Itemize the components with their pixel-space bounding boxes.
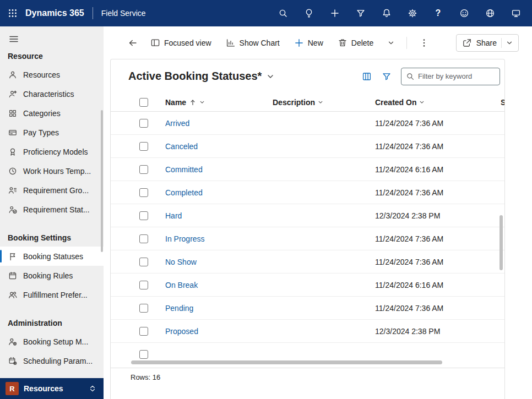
row-checkbox[interactable] (139, 281, 148, 289)
sidebar-item-proficiency-models[interactable]: Proficiency Models (0, 142, 104, 161)
delete-button[interactable]: Delete (332, 35, 379, 51)
booking-setup-icon (8, 337, 18, 346)
sidebar-item-pay-types[interactable]: Pay Types (0, 123, 104, 142)
edit-columns-icon (362, 72, 372, 81)
chevron-down-icon (318, 100, 323, 105)
quick-create-button[interactable] (322, 0, 348, 26)
row-name-link[interactable]: Hard (165, 211, 182, 220)
edit-columns-button[interactable] (357, 68, 377, 85)
table-row: Proposed 12/3/2024 2:38 PM (111, 320, 504, 343)
row-name-link[interactable]: No Show (165, 258, 197, 266)
chart-icon (226, 38, 236, 48)
row-checkbox[interactable] (139, 304, 148, 313)
grid-horizontal-scrollbar-thumb[interactable] (131, 360, 442, 364)
environment-button[interactable] (477, 0, 503, 26)
row-checkbox[interactable] (139, 211, 148, 220)
sidebar-item-booking-statuses[interactable]: Booking Statuses (0, 247, 104, 266)
app-launcher-button[interactable] (1, 0, 24, 26)
column-header-created-on[interactable]: Created On (375, 98, 501, 107)
more-commands-button[interactable] (414, 35, 435, 51)
column-header-name[interactable]: Name (165, 98, 273, 107)
row-created-on: 11/24/2024 7:36 AM (375, 142, 501, 151)
filter-icon (356, 8, 366, 18)
show-chart-button[interactable]: Show Chart (220, 35, 285, 51)
sidebar-item-booking-rules[interactable]: Booking Rules (0, 266, 104, 285)
view-selector-chevron-icon[interactable] (267, 73, 274, 80)
sidebar-item-label: Characteristics (23, 90, 74, 99)
row-checkbox[interactable] (139, 165, 148, 174)
grid-body: Arrived 11/24/2024 7:36 AM Canceled 11/2… (111, 112, 504, 359)
ideas-button[interactable] (296, 0, 322, 26)
notifications-button[interactable] (373, 0, 399, 26)
focused-view-label: Focused view (164, 39, 211, 47)
row-created-on: 11/24/2024 7:36 AM (375, 304, 501, 313)
row-name-link[interactable]: Canceled (165, 142, 198, 151)
column-label: Name (165, 98, 186, 107)
new-button[interactable]: New (289, 35, 329, 51)
sidebar-item-fulfillment-preferences[interactable]: Fulfillment Prefer... (0, 285, 104, 304)
row-created-on: 11/24/2024 7:36 AM (375, 258, 501, 266)
grid-horizontal-scrollbar (111, 359, 504, 365)
sidebar-item-scheduling-parameters[interactable]: Scheduling Param... (0, 351, 104, 370)
share-label: Share (476, 39, 497, 47)
share-button[interactable]: Share (456, 34, 519, 52)
grid-vertical-scrollbar-thumb[interactable] (500, 215, 503, 270)
sidebar-item-work-hours-templates[interactable]: Work Hours Temp... (0, 161, 104, 181)
focused-view-button[interactable]: Focused view (145, 35, 217, 51)
row-checkbox[interactable] (139, 188, 148, 197)
sidebar-item-label: Pay Types (23, 128, 59, 137)
row-created-on: 11/24/2024 6:16 AM (375, 281, 501, 289)
hamburger-icon (9, 34, 19, 44)
row-name-link[interactable]: Proposed (165, 327, 198, 336)
row-checkbox[interactable] (139, 234, 148, 243)
help-button[interactable]: ? (425, 0, 451, 26)
sidebar-scrollbar-thumb[interactable] (101, 110, 103, 252)
command-bar: Focused view Show Chart New (104, 26, 532, 59)
screen-share-button[interactable] (503, 0, 529, 26)
keyword-filter-input[interactable] (418, 72, 495, 80)
app-name[interactable]: Field Service (101, 9, 146, 18)
column-header-status[interactable]: S (501, 98, 505, 107)
delete-dropdown-button[interactable] (382, 36, 400, 50)
sidebar-item-requirement-groups[interactable]: Requirement Gro... (0, 181, 104, 200)
brand-title[interactable]: Dynamics 365 (25, 8, 84, 18)
row-checkbox[interactable] (139, 258, 148, 266)
select-all-checkbox[interactable] (139, 98, 148, 107)
row-checkbox[interactable] (139, 350, 148, 359)
row-checkbox[interactable] (139, 119, 148, 128)
sidebar-item-resources[interactable]: Resources (0, 65, 104, 84)
share-button-divider (501, 38, 502, 48)
sidebar-item-label: Requirement Stat... (23, 205, 90, 214)
sidebar-item-label: Requirement Gro... (23, 186, 89, 195)
row-name-link[interactable]: In Progress (165, 234, 205, 243)
global-filter-button[interactable] (348, 0, 373, 26)
sidebar-item-characteristics[interactable]: Characteristics (0, 84, 104, 103)
area-switcher[interactable]: R Resources (0, 378, 104, 399)
sidebar-item-requirement-statuses[interactable]: Requirement Stat... (0, 200, 104, 219)
row-checkbox[interactable] (139, 327, 148, 336)
settings-button[interactable] (399, 0, 425, 26)
collapse-sitemap-button[interactable] (0, 31, 28, 47)
question-mark-icon: ? (436, 8, 441, 18)
edit-filters-button[interactable] (377, 68, 397, 85)
view-title[interactable]: Active Booking Statuses* (128, 70, 262, 83)
search-icon (278, 8, 288, 18)
row-checkbox[interactable] (139, 142, 148, 151)
sidebar-item-booking-setup[interactable]: Booking Setup M... (0, 332, 104, 351)
column-header-description[interactable]: Description (273, 98, 375, 107)
search-button[interactable] (270, 0, 296, 26)
row-name-link[interactable]: Pending (165, 304, 193, 313)
booking-rules-icon (8, 271, 18, 280)
plus-icon (330, 8, 340, 18)
lightbulb-icon (304, 8, 314, 18)
sidebar-item-label: Fulfillment Prefer... (23, 291, 88, 299)
row-name-link[interactable]: On Break (165, 281, 198, 289)
sidebar-item-categories[interactable]: Categories (0, 103, 104, 123)
row-name-link[interactable]: Committed (165, 165, 203, 174)
feedback-button[interactable] (451, 0, 477, 26)
row-created-on: 11/24/2024 7:36 AM (375, 234, 501, 243)
row-name-link[interactable]: Completed (165, 188, 203, 197)
back-button[interactable] (124, 35, 142, 51)
sort-ascending-icon (189, 99, 197, 106)
row-name-link[interactable]: Arrived (165, 119, 189, 128)
